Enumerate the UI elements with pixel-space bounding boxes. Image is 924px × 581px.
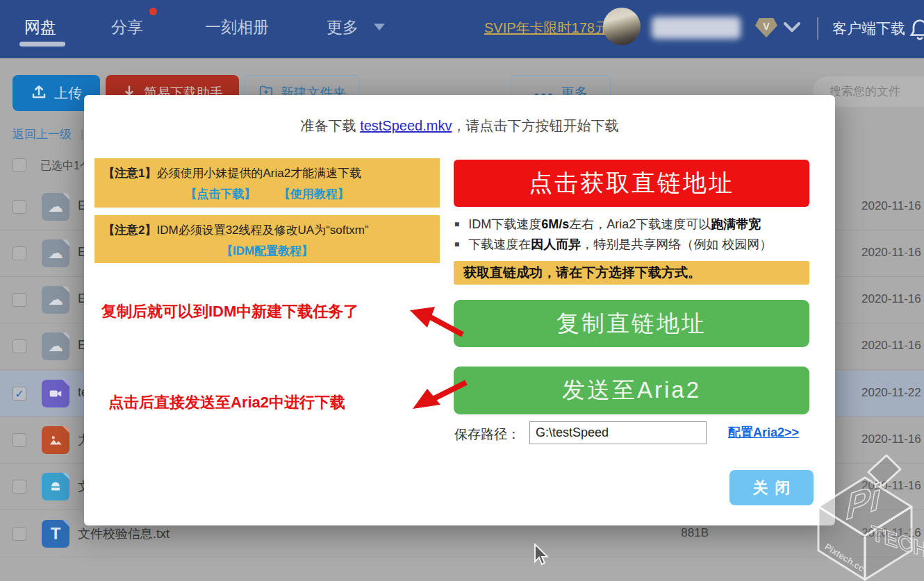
file-date: 2020-11-22 [861,386,921,400]
aria2-annotation: 点击后直接发送至Aria2中进行下载 [108,392,345,413]
cloud-file-icon: ☁ [42,193,69,221]
censored-username [652,17,741,39]
notice-box-2: 【注意2】IDM必须设置32线程及修改UA为“softxm” 【IDM配置教程】 [94,215,440,263]
speed-note-2-text: 下载速度在 [468,237,531,251]
watermark-logo: Pi TECH Pixtech.cc [805,443,924,581]
header-divider [817,17,818,40]
row-checkbox[interactable] [13,339,26,353]
back-up-level-link[interactable]: 返回上一级 [13,128,72,141]
speed-note-1: IDM下载速度6M/s左右，Aria2下载速度可以跑满带宽 [454,216,816,233]
archive-file-icon [42,473,69,500]
file-link[interactable]: testSpeed.mkv [360,118,452,133]
speed-note-1-mid: 左右，Aria2下载速度可以 [569,217,711,231]
cloud-file-icon: ☁ [42,332,69,360]
notice2-tag: 【注意2】 [103,224,156,237]
svip-promo-link[interactable]: SVIP年卡限时178元 [484,19,609,37]
send-to-aria2-button[interactable]: 发送至Aria2 [454,367,809,414]
file-date: 2020-11-16 [861,199,921,213]
notice1-tag: 【注意1】 [103,167,156,180]
select-all-checkbox[interactable] [13,158,26,172]
top-navbar: 网盘 分享 一刻相册 更多 SVIP年卡限时178元 V 客户端下载 [0,0,924,58]
nav-tab-share[interactable]: 分享 [111,17,143,38]
speed-note-2-bold: 因人而异 [531,237,581,251]
notification-dot [149,8,157,15]
notice1-text: 必须使用小妹提供的Aria2才能满速下载 [156,167,361,180]
configure-aria2-link[interactable]: 配置Aria2>> [728,424,799,441]
copy-annotation: 复制后就可以到IDM中新建下载任务了 [101,301,358,322]
dialog-title-post: ，请点击下方按钮开始下载 [452,118,618,133]
file-date: 2020-11-16 [861,292,921,306]
cloud-file-icon: ☁ [42,239,69,267]
red-arrow-icon [411,378,469,412]
active-tab-underline [19,42,65,47]
cloud-file-icon: ☁ [42,286,69,314]
download-dialog: 准备下载 testSpeed.mkv，请点击下方按钮开始下载 【注意1】必须使用… [84,95,835,525]
nav-tab-album[interactable]: 一刻相册 [205,17,269,38]
dialog-title-pre: 准备下载 [301,118,361,133]
close-button[interactable]: 关闭 [729,470,814,505]
row-checkbox[interactable] [13,246,26,260]
speed-note-2: 下载速度在因人而异，特别是共享网络（例如 校园网） [454,236,816,253]
file-date: 2020-11-16 [861,339,921,353]
breadcrumb-separator: | [81,128,83,141]
avatar[interactable] [603,8,641,45]
copy-direct-link-button[interactable]: 复制直链地址 [454,300,809,347]
idm-config-tutorial-link[interactable]: 【IDM配置教程】 [221,244,313,258]
upload-label: 上传 [54,84,82,103]
dialog-title: 准备下载 testSpeed.mkv，请点击下方按钮开始下载 [84,117,835,135]
notice-box-1: 【注意1】必须使用小妹提供的Aria2才能满速下载 【点击下载】 【使用教程】 [94,158,440,208]
file-name[interactable]: 文件校验信息.txt [78,525,170,542]
text-file-icon: T [42,520,69,548]
video-file-icon [42,380,69,407]
speed-note-1-text: IDM下载速度 [468,217,541,231]
row-checkbox[interactable] [13,200,26,214]
notice2-text: IDM必须设置32线程及修改UA为“softxm” [156,224,368,237]
client-download-link[interactable]: 客户端下载 [832,19,905,38]
row-checkbox[interactable] [13,433,26,447]
vip-badge-icon: V [755,18,777,37]
speed-note-1-bold: 6M/s [541,217,569,231]
usage-tutorial-link[interactable]: 【使用教程】 [279,187,349,201]
row-checkbox-checked[interactable]: ✓ [13,387,26,401]
account-chevron-down-icon[interactable] [784,22,800,35]
upload-icon [31,83,47,103]
speed-note-2-mid: ，特别是共享网络（例如 校园网） [581,237,772,251]
save-path-input[interactable] [529,421,707,444]
row-checkbox[interactable] [13,527,26,541]
mouse-cursor [534,544,552,569]
image-file-icon [42,426,69,454]
bell-icon[interactable] [907,15,924,43]
nav-tab-netdisk[interactable]: 网盘 [24,17,56,38]
file-date: 2020-11-16 [861,246,921,260]
success-status-bar: 获取直链成功，请在下方选择下载方式。 [454,261,809,285]
get-direct-link-button[interactable]: 点击获取直链地址 [454,160,809,207]
file-size: 881B [646,526,709,540]
row-checkbox[interactable] [13,480,26,494]
save-path-label: 保存路径： [454,426,520,444]
aria2-download-link[interactable]: 【点击下载】 [185,187,256,201]
nav-more-caret-icon [374,24,385,31]
row-checkbox[interactable] [13,293,26,307]
speed-note-1-bold2: 跑满带宽 [711,217,761,231]
red-arrow-icon [409,305,467,337]
nav-tab-more[interactable]: 更多 [327,17,358,38]
